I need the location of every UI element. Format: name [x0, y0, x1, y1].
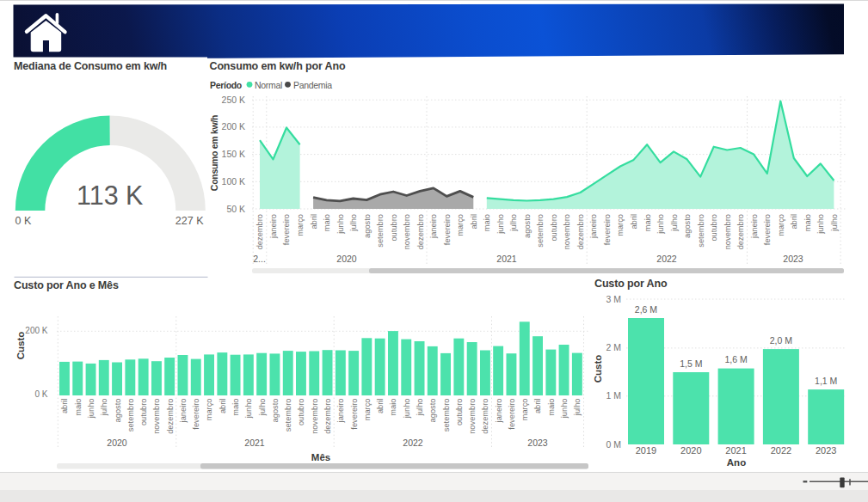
svg-text:1 M: 1 M: [606, 390, 621, 401]
svg-text:Custo: Custo: [593, 355, 603, 383]
svg-text:2021: 2021: [725, 445, 746, 456]
svg-text:1,1 M: 1,1 M: [815, 376, 837, 386]
svg-text:0 M: 0 M: [606, 439, 621, 450]
svg-text:3 M: 3 M: [606, 294, 621, 304]
svg-text:2023: 2023: [816, 445, 836, 456]
svg-text:Ano: Ano: [727, 457, 746, 468]
svg-text:2,0 M: 2,0 M: [770, 335, 792, 346]
svg-text:1,5 M: 1,5 M: [680, 358, 702, 369]
svg-text:2019: 2019: [636, 445, 656, 456]
svg-text:1,6 M: 1,6 M: [724, 354, 747, 364]
svg-text:2,6 M: 2,6 M: [635, 304, 657, 315]
svg-text:2 M: 2 M: [606, 342, 621, 352]
svg-text:2020: 2020: [680, 445, 701, 456]
svg-text:2022: 2022: [771, 445, 791, 456]
